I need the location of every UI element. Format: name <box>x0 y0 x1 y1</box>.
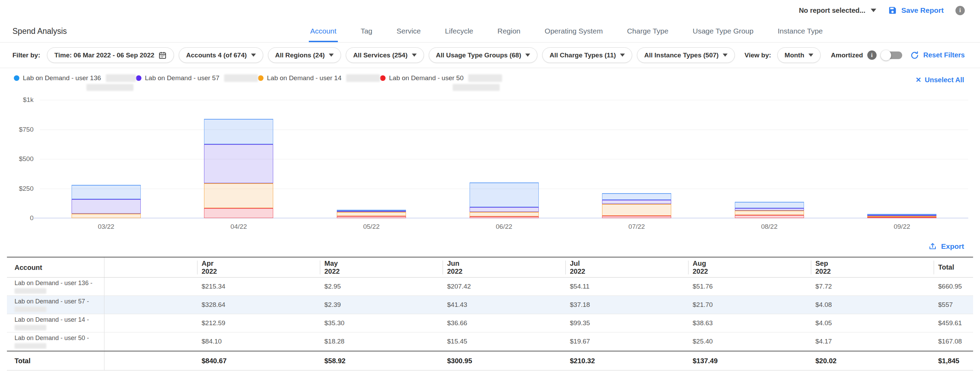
legend-label: Lab on Demand - user 14 <box>267 74 341 82</box>
bar-segment <box>602 216 671 218</box>
filter-dropdown-all-regions-24[interactable]: All Regions (24) <box>268 48 341 63</box>
legend-row: Lab on Demand - user 136Lab on Demand - … <box>0 68 980 98</box>
value-cell: $2.39 <box>227 301 350 309</box>
tab-lifecycle[interactable]: Lifecycle <box>444 27 475 42</box>
bar-slot <box>703 100 836 218</box>
bar-slot <box>438 100 571 218</box>
bar-slot <box>40 100 173 218</box>
report-selector-dropdown[interactable]: No report selected... <box>799 6 876 14</box>
legend-item[interactable]: Lab on Demand - user 14 <box>258 74 380 82</box>
column-header[interactable]: Apr 2022 <box>105 257 227 277</box>
redacted-text <box>14 343 46 349</box>
legend-dot <box>14 75 19 81</box>
filter-dropdown-all-instance-types-507[interactable]: All Instance Types (507) <box>637 48 735 63</box>
title-row: Spend Analysis AccountTagServiceLifecycl… <box>0 21 980 43</box>
legend-item[interactable]: Lab on Demand - user 57 <box>136 74 258 82</box>
column-header[interactable]: Jun 2022 <box>350 257 473 277</box>
table-row[interactable]: Lab on Demand - user 136 -$215.34$2.95$2… <box>7 278 973 296</box>
value-cell: $38.63 <box>595 319 718 327</box>
column-header[interactable]: Sep 2022 <box>718 257 841 277</box>
bar-segment <box>602 200 671 204</box>
column-divider <box>320 260 320 274</box>
filter-dropdown-label: Accounts 4 (of 674) <box>186 51 247 59</box>
redacted-text <box>14 288 46 294</box>
value-cell: $215.34 <box>105 283 227 290</box>
legend-dot <box>136 75 142 81</box>
view-by-value: Month <box>784 51 804 59</box>
tab-instance-type[interactable]: Instance Type <box>776 27 824 42</box>
legend-item[interactable]: Lab on Demand - user 50 <box>380 74 502 92</box>
column-header[interactable]: Aug 2022 <box>595 257 718 277</box>
value-cell: $41.43 <box>350 301 473 309</box>
filter-dropdown-accounts-4-of-674[interactable]: Accounts 4 (of 674) <box>179 48 263 63</box>
bar-segment <box>602 193 671 200</box>
account-name: Lab on Demand - user 50 - <box>14 335 104 341</box>
value-cell: $7.72 <box>718 283 841 290</box>
filter-dropdown-all-charge-types-11[interactable]: All Charge Types (11) <box>542 48 632 63</box>
value-cell: $4.05 <box>718 319 841 327</box>
time-filter-label: Time: 06 Mar 2022 - 06 Sep 2022 <box>54 51 154 59</box>
export-icon <box>929 242 937 251</box>
redacted-text <box>14 325 46 330</box>
table-row[interactable]: Lab on Demand - user 57 -$328.64$2.39$41… <box>7 296 973 314</box>
column-header[interactable]: Jul 2022 <box>473 257 595 277</box>
legend-item-line: Lab on Demand - user 14 <box>258 74 380 82</box>
tab-region[interactable]: Region <box>496 27 522 42</box>
time-filter-pill[interactable]: Time: 06 Mar 2022 - 06 Sep 2022 <box>47 48 174 63</box>
value-cell: $37.18 <box>473 301 595 309</box>
bar-slots <box>40 100 968 218</box>
legend-label: Lab on Demand - user 57 <box>145 74 219 82</box>
legend: Lab on Demand - user 136Lab on Demand - … <box>14 74 965 92</box>
save-icon <box>888 6 897 15</box>
unselect-all-button[interactable]: ✕ Unselect All <box>915 76 964 84</box>
legend-dot <box>380 75 385 81</box>
tab-service[interactable]: Service <box>395 27 422 42</box>
column-divider <box>688 260 689 274</box>
column-header-label: Account <box>14 264 104 271</box>
tab-charge-type[interactable]: Charge Type <box>625 27 670 42</box>
stacked-bar[interactable] <box>867 214 936 218</box>
chevron-down-icon <box>723 54 727 57</box>
redacted-text <box>224 74 258 82</box>
bar-segment <box>204 144 273 183</box>
view-by-label: View by: <box>745 51 771 59</box>
column-divider <box>934 260 934 274</box>
value-cell: $328.64 <box>105 301 227 309</box>
bar-slot <box>305 100 438 218</box>
table-row[interactable]: Lab on Demand - user 14 -$212.59$35.30$3… <box>7 314 973 332</box>
column-header[interactable]: Total <box>841 257 973 277</box>
export-row: Export <box>0 230 980 255</box>
tab-tag[interactable]: Tag <box>359 27 374 42</box>
total-value-cell: $20.02 <box>718 357 841 365</box>
filter-dropdown-all-usage-type-groups-68[interactable]: All Usage Type Groups (68) <box>429 48 538 63</box>
tab-usage-type-group[interactable]: Usage Type Group <box>691 27 755 42</box>
stacked-bar[interactable] <box>735 202 804 218</box>
save-report-button[interactable]: Save Report <box>888 6 944 15</box>
amortized-info-icon[interactable]: i <box>867 51 877 60</box>
column-header[interactable]: May 2022 <box>227 257 350 277</box>
legend-item[interactable]: Lab on Demand - user 136 <box>14 74 136 92</box>
redacted-text <box>468 74 502 82</box>
column-header-account[interactable]: Account <box>7 257 105 277</box>
view-by-dropdown[interactable]: Month <box>777 48 821 63</box>
stacked-bar[interactable] <box>337 210 406 218</box>
reset-filters-button[interactable]: Reset Filters <box>910 51 965 60</box>
export-button[interactable]: Export <box>929 242 964 251</box>
tab-account[interactable]: Account <box>309 27 338 42</box>
filter-dropdown-all-services-254[interactable]: All Services (254) <box>346 48 423 63</box>
y-axis-label: $750 <box>19 126 33 133</box>
stacked-bar[interactable] <box>204 119 273 218</box>
redacted-text <box>86 84 134 91</box>
table-row[interactable]: Lab on Demand - user 50 -$84.10$18.28$15… <box>7 332 973 351</box>
stacked-bar[interactable] <box>469 182 539 218</box>
value-cell: $207.42 <box>350 283 473 290</box>
tab-operating-system[interactable]: Operating System <box>543 27 604 42</box>
account-name: Lab on Demand - user 57 - <box>14 298 104 305</box>
stacked-bar[interactable] <box>602 193 671 218</box>
stacked-bar[interactable] <box>72 185 141 218</box>
top-bar: No report selected... Save Report i <box>0 0 980 21</box>
info-icon[interactable]: i <box>955 6 965 15</box>
amortized-toggle[interactable] <box>881 50 902 60</box>
bar-segment <box>735 211 804 215</box>
bar-segment <box>469 182 539 207</box>
